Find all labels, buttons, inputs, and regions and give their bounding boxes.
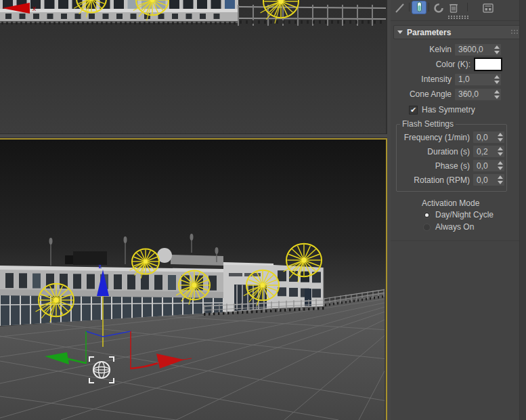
intensity-field[interactable]: 1,0 xyxy=(455,74,501,85)
configure-modifier-sets-button[interactable] xyxy=(481,1,496,14)
always-on-option: Always On xyxy=(423,222,526,232)
kelvin-field[interactable]: 3600,0 xyxy=(455,44,501,56)
day-night-cycle-radio[interactable] xyxy=(423,211,431,219)
spin-up-icon[interactable] xyxy=(498,147,503,150)
flash-settings-title: Flash Settings xyxy=(400,119,456,129)
spin-down-icon[interactable] xyxy=(498,181,503,184)
rooftop-unit xyxy=(73,251,107,265)
command-panel: Parameters Kelvin 3600,0 Color (K): Inte… xyxy=(391,0,526,420)
viewport-top[interactable]: x xyxy=(0,0,387,133)
color-label: Color (K): xyxy=(391,60,474,69)
spin-down-icon[interactable] xyxy=(498,167,503,170)
has-symmetry-label: Has Symmetry xyxy=(422,105,475,114)
rollout-title: Parameters xyxy=(407,28,510,37)
building-sign xyxy=(229,273,242,276)
toolbar-separator xyxy=(409,3,410,12)
spin-down-icon[interactable] xyxy=(498,138,503,142)
panel-scrollbar[interactable] xyxy=(519,0,526,420)
make-unique-icon xyxy=(433,2,445,14)
kelvin-label: Kelvin xyxy=(391,45,455,54)
viewport-column: x z xyxy=(0,0,387,420)
z-axis-label: z xyxy=(99,263,102,270)
activation-mode-section: Activation Mode Day/Night Cycle Always O… xyxy=(391,198,526,232)
x-axis-label: x xyxy=(32,5,36,12)
test-tube-icon xyxy=(413,1,425,14)
spin-up-icon[interactable] xyxy=(498,175,503,179)
flash-settings-group: Flash Settings Frequency (1/min) 0,0 Dur… xyxy=(396,119,507,192)
railing-fence[interactable] xyxy=(238,5,386,26)
viewport-top-scene: x xyxy=(0,0,386,133)
frequency-row: Frequency (1/min) 0,0 xyxy=(398,130,504,144)
remove-modifier-button[interactable] xyxy=(446,1,461,14)
frequency-spinner[interactable] xyxy=(496,132,504,142)
spin-up-icon[interactable] xyxy=(494,75,500,79)
duration-spinner[interactable] xyxy=(496,146,504,156)
duration-row: Duration (s) 0,2 xyxy=(398,144,504,159)
parameters-rollout-header[interactable]: Parameters xyxy=(393,25,523,39)
3d-app-window: x z xyxy=(0,0,526,420)
rollout-drag-handle-icon xyxy=(510,29,519,35)
cone-angle-row: Cone Angle 360,0 xyxy=(391,87,501,102)
always-on-radio[interactable] xyxy=(423,224,431,231)
pin-stack-icon xyxy=(396,4,403,12)
spin-up-icon[interactable] xyxy=(498,133,503,136)
rollout-collapse-icon xyxy=(397,30,403,34)
cone-angle-label: Cone Angle xyxy=(391,89,455,99)
cone-angle-spinner[interactable] xyxy=(492,89,501,100)
has-symmetry-checkbox[interactable]: ✔ xyxy=(409,106,418,114)
make-unique-button[interactable] xyxy=(431,1,446,14)
rotation-field[interactable]: 0,0 xyxy=(473,174,504,186)
rotation-row: Rotation (RPM) 0,0 xyxy=(398,173,504,187)
duration-field[interactable]: 0,2 xyxy=(473,146,504,157)
rollout-end-divider xyxy=(391,240,526,242)
background-building[interactable] xyxy=(0,0,238,24)
viewport-main-scene: z xyxy=(0,140,385,420)
spin-up-icon[interactable] xyxy=(494,45,500,49)
toolbar-separator xyxy=(429,3,429,12)
modifier-stack-toolbar xyxy=(391,0,526,14)
phase-field[interactable]: 0,0 xyxy=(473,160,504,171)
spin-down-icon[interactable] xyxy=(494,51,500,54)
kelvin-row: Kelvin 3600,0 xyxy=(391,42,501,57)
spin-up-icon[interactable] xyxy=(494,90,500,93)
panel-splitter[interactable] xyxy=(391,14,526,21)
intensity-label: Intensity xyxy=(391,75,455,84)
viewport-splitter[interactable] xyxy=(0,133,387,138)
frequency-field[interactable]: 0,0 xyxy=(473,131,504,143)
phase-row: Phase (s) 0,0 xyxy=(398,159,504,173)
has-symmetry-row: ✔ Has Symmetry xyxy=(409,103,526,117)
color-row: Color (K): xyxy=(391,57,501,72)
rotation-spinner[interactable] xyxy=(496,175,504,185)
trash-icon xyxy=(447,2,460,14)
phase-spinner[interactable] xyxy=(496,161,504,171)
configure-sets-icon xyxy=(482,2,494,14)
color-swatch[interactable] xyxy=(474,58,502,71)
spin-down-icon[interactable] xyxy=(494,96,500,99)
splitter-grip-icon xyxy=(448,16,468,19)
activation-mode-title: Activation Mode xyxy=(422,198,526,208)
pin-stack-button[interactable] xyxy=(392,1,407,14)
spin-up-icon[interactable] xyxy=(498,161,503,165)
show-end-result-button[interactable] xyxy=(412,1,426,14)
light-gizmo[interactable] xyxy=(261,0,299,24)
spin-down-icon[interactable] xyxy=(494,81,500,84)
cone-angle-field[interactable]: 360,0 xyxy=(455,89,501,100)
day-night-cycle-option: Day/Night Cycle xyxy=(423,209,526,220)
spin-down-icon[interactable] xyxy=(498,152,503,156)
intensity-spinner[interactable] xyxy=(492,75,501,85)
viewport-main-active[interactable]: z xyxy=(0,138,387,420)
kelvin-spinner[interactable] xyxy=(492,45,501,55)
toolbar-separator xyxy=(467,3,468,12)
intensity-row: Intensity 1,0 xyxy=(391,72,501,87)
